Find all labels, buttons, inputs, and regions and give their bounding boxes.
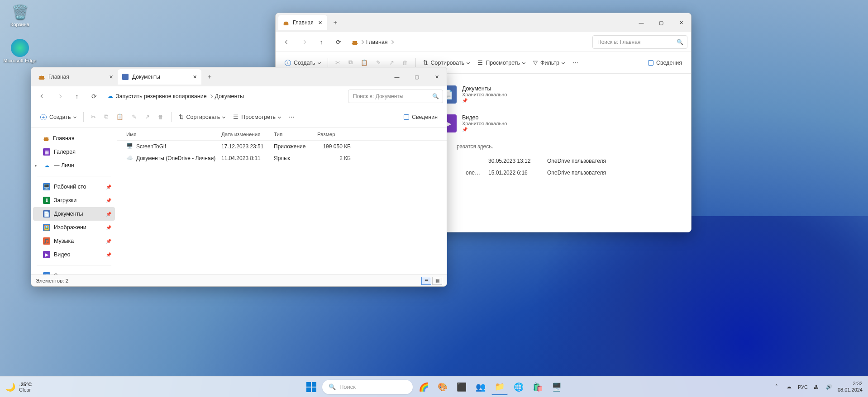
desktop-icon-edge[interactable]: Microsoft Edge [3, 39, 37, 63]
more-button[interactable]: ⋯ [285, 110, 298, 124]
titlebar[interactable]: Главная ✕ Документы ✕ ＋ — ▢ ✕ [31, 67, 447, 86]
copy-button[interactable]: ⧉ [100, 110, 112, 124]
pin-icon: 📌 [106, 225, 111, 230]
minimize-button[interactable]: — [631, 14, 651, 31]
breadcrumb-item[interactable]: Запустить резервное копирование [116, 93, 207, 99]
view-button[interactable]: ☰ Просмотреть [229, 110, 284, 124]
file-row[interactable]: 🖥️ScreenToGif 17.12.2023 23:51 Приложени… [117, 141, 447, 152]
quick-subtitle: Хранится локально [462, 121, 507, 126]
start-button[interactable] [303, 379, 320, 395]
sidebar[interactable]: Главная ▦Галерея ▸☁— Личн 🖥️Рабочий сто📌… [31, 128, 117, 274]
taskbar[interactable]: 🌙 -25°C Clear 🔍Поиск 🌈 🎨 ⬛ 👥 📁 🌐 🛍️ 🖥️ ˄… [0, 376, 868, 397]
titlebar[interactable]: Главная ✕ ＋ — ▢ ✕ [276, 13, 691, 32]
col-name[interactable]: Имя [123, 132, 218, 137]
tab-close-button[interactable]: ✕ [191, 73, 199, 81]
recent-row[interactable]: 30.05.2023 13:12OneDrive пользователя [457, 155, 691, 167]
up-button[interactable]: ↑ [69, 89, 85, 104]
breadcrumb[interactable]: ☁ Запустить резервное копирование Докуме… [104, 93, 346, 99]
taskbar-app-teams[interactable]: 👥 [472, 379, 489, 395]
details-button[interactable]: Сведения [400, 110, 441, 124]
tab-home[interactable]: Главная ✕ [34, 69, 118, 85]
status-text: Элементов: 2 [36, 278, 68, 284]
up-button[interactable]: ↑ [314, 34, 329, 50]
breadcrumb-item[interactable]: Документы [215, 93, 244, 99]
taskbar-app-copilot[interactable]: 🌈 [415, 379, 432, 395]
close-button[interactable]: ✕ [671, 14, 691, 31]
cut-button[interactable]: ✂ [87, 110, 100, 124]
quick-access-item[interactable]: ▶ Видео Хранится локально 📌 [439, 114, 529, 132]
weather-widget[interactable]: 🌙 -25°C Clear [5, 382, 32, 392]
col-type[interactable]: Тип [270, 132, 314, 137]
new-tab-button[interactable]: ＋ [203, 71, 216, 83]
close-button[interactable]: ✕ [427, 69, 447, 85]
tab-home[interactable]: Главная ✕ [278, 15, 327, 30]
tab-documents[interactable]: Документы ✕ [118, 69, 201, 85]
sidebar-label: Видео [54, 251, 71, 258]
col-date[interactable]: Дата изменения [218, 132, 270, 137]
tray-language[interactable]: РУС [798, 384, 808, 390]
breadcrumb-item[interactable]: Главная [366, 39, 388, 45]
view-icons-button[interactable]: ▦ [432, 277, 442, 285]
share-button[interactable]: ↗ [141, 110, 153, 124]
refresh-button[interactable]: ⟳ [86, 89, 102, 104]
filter-button[interactable]: ▽ Фильтр [529, 56, 568, 70]
taskbar-app-edge[interactable]: 🌐 [510, 379, 527, 395]
column-headers[interactable]: Имя Дата изменения Тип Размер [117, 128, 447, 141]
back-button[interactable] [279, 34, 295, 50]
delete-button[interactable]: 🗑 [154, 110, 167, 124]
refresh-button[interactable]: ⟳ [331, 34, 346, 50]
minimize-button[interactable]: — [387, 69, 407, 85]
tab-close-button[interactable]: ✕ [107, 73, 115, 81]
taskbar-search[interactable]: 🔍Поиск [322, 380, 413, 394]
sidebar-item-this-pc[interactable]: ▸🖥Этот компьюте [33, 269, 115, 274]
details-button[interactable]: Сведения [644, 56, 686, 70]
tray-onedrive-icon[interactable]: ☁ [785, 383, 793, 391]
quick-access-item[interactable]: 📄 Документы Хранится локально 📌 [439, 85, 529, 104]
desktop-icon-recycle-bin[interactable]: 🗑️ Корзина [3, 3, 37, 27]
search-box[interactable]: Поиск в: Документы 🔍 [348, 90, 443, 103]
taskbar-app-explorer[interactable]: 📁 [491, 379, 508, 395]
chevron-right-icon[interactable]: ▸ [35, 163, 37, 168]
view-details-button[interactable]: ☰ [421, 277, 431, 285]
taskbar-app-store[interactable]: 🛍️ [529, 379, 546, 395]
create-button[interactable]: +Создать [37, 110, 80, 124]
paste-button[interactable]: 📋 [113, 110, 127, 124]
breadcrumb[interactable]: Главная [348, 39, 591, 45]
sidebar-item-quick[interactable]: 📄Документы📌 [33, 207, 115, 221]
sidebar-item-home[interactable]: Главная [33, 132, 115, 145]
maximize-button[interactable]: ▢ [651, 14, 671, 31]
sidebar-item-quick[interactable]: 🖼️Изображени📌 [33, 221, 115, 234]
file-icon: ☁️ [126, 155, 134, 162]
forward-button[interactable] [52, 89, 67, 104]
sidebar-item-quick[interactable]: ⬇Загрузки📌 [33, 194, 115, 207]
taskbar-app-obsidian[interactable]: ⬛ [453, 379, 470, 395]
maximize-button[interactable]: ▢ [407, 69, 427, 85]
sidebar-item-quick[interactable]: ▶Видео📌 [33, 248, 115, 261]
sidebar-item-quick[interactable]: 🎵Музыка📌 [33, 234, 115, 248]
recycle-bin-icon: 🗑️ [11, 3, 29, 21]
back-button[interactable] [35, 89, 50, 104]
col-size[interactable]: Размер [314, 132, 354, 137]
taskbar-app-rdp[interactable]: 🖥️ [548, 379, 565, 395]
tray-network-icon[interactable]: 🖧 [812, 383, 820, 391]
rename-button[interactable]: ✎ [128, 110, 140, 124]
tray-volume-icon[interactable]: 🔊 [825, 383, 833, 391]
sidebar-item-gallery[interactable]: ▦Галерея [33, 145, 115, 159]
explorer-window-front[interactable]: Главная ✕ Документы ✕ ＋ — ▢ ✕ ↑ ⟳ ☁ Запу… [31, 67, 447, 287]
tab-close-button[interactable]: ✕ [316, 19, 324, 27]
sidebar-item-quick[interactable]: 🖥️Рабочий сто📌 [33, 180, 115, 194]
forward-button[interactable] [296, 34, 312, 50]
new-tab-button[interactable]: ＋ [329, 16, 342, 29]
sidebar-label: Музыка [54, 238, 74, 244]
file-row[interactable]: ☁️Документы (OneDrive - Личная) 11.04.20… [117, 152, 447, 164]
recent-row[interactable]: oneto...15.01.2022 6:16OneDrive пользова… [457, 167, 691, 179]
tray-chevron-up-icon[interactable]: ˄ [773, 383, 781, 391]
sidebar-item-onedrive[interactable]: ▸☁— Личн [33, 159, 115, 172]
view-button[interactable]: ☰ Просмотреть [474, 56, 529, 70]
tray-clock[interactable]: 3:32 08.01.2024 [838, 381, 863, 392]
more-button[interactable]: ⋯ [569, 56, 582, 70]
sort-button[interactable]: ⇅ Сортировать [175, 110, 229, 124]
chevron-right-icon[interactable]: ▸ [35, 274, 37, 274]
search-box[interactable]: Поиск в: Главная 🔍 [592, 35, 687, 49]
taskbar-app-paint[interactable]: 🎨 [434, 379, 451, 395]
